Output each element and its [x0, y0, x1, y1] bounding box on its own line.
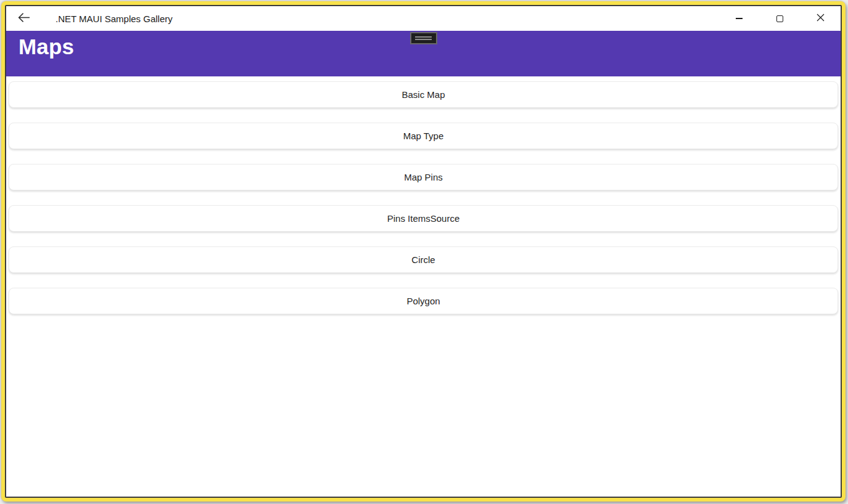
sample-button-map-pins[interactable]: Map Pins: [9, 164, 838, 190]
maximize-icon: [776, 15, 783, 22]
samples-list: Basic MapMap TypeMap PinsPins ItemsSourc…: [6, 76, 841, 497]
debug-highlight-border: .NET MAUI Samples Gallery Maps: [1, 1, 846, 502]
app-window: .NET MAUI Samples Gallery Maps: [5, 5, 842, 498]
window-title: .NET MAUI Samples Gallery: [56, 14, 173, 24]
sample-button-basic-map[interactable]: Basic Map: [9, 81, 838, 108]
titlebar: .NET MAUI Samples Gallery: [6, 6, 841, 31]
page-title: Maps: [19, 35, 74, 59]
minimize-button[interactable]: [718, 6, 759, 31]
close-icon: [817, 14, 825, 23]
sample-button-circle[interactable]: Circle: [9, 246, 838, 273]
page-header: Maps: [6, 31, 841, 76]
back-button[interactable]: [6, 6, 42, 31]
maximize-button[interactable]: [759, 6, 800, 31]
back-arrow-icon: [18, 12, 30, 25]
sample-button-map-type[interactable]: Map Type: [9, 123, 838, 149]
debug-toolbar-handle[interactable]: [410, 32, 437, 44]
sample-button-polygon[interactable]: Polygon: [9, 288, 838, 314]
close-button[interactable]: [800, 6, 841, 31]
debug-toolbar-handle-line: [415, 36, 432, 38]
minimize-icon: [736, 18, 743, 18]
sample-button-pins-itemssource[interactable]: Pins ItemsSource: [9, 205, 838, 232]
debug-toolbar-handle-line: [415, 39, 432, 40]
